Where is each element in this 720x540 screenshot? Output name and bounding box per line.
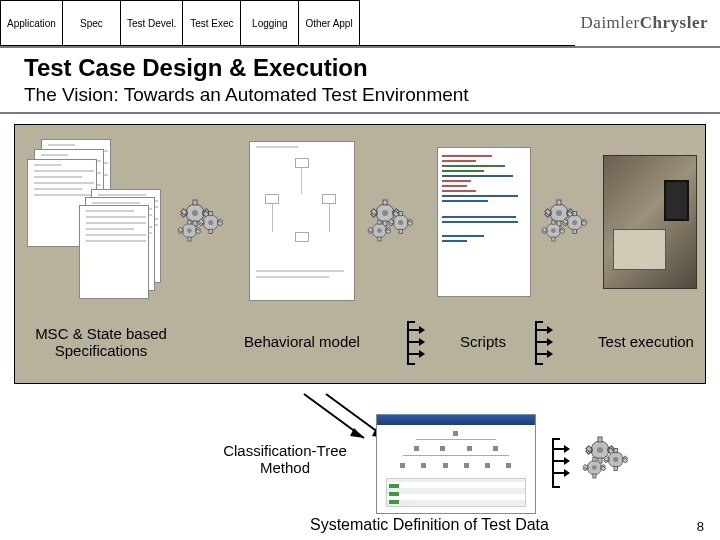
tab-label: Test Exec — [190, 18, 233, 29]
gears-icon — [365, 197, 425, 253]
stage3-caption: Scripts — [443, 333, 523, 350]
systematic-definition-caption: Systematic Definition of Test Data — [310, 516, 549, 534]
param-transfer-icon — [552, 438, 570, 488]
gears-icon — [580, 434, 640, 490]
stage1-caption: MSC & State based Specifications — [21, 325, 181, 360]
gears-icon — [175, 197, 235, 253]
headings: Test Case Design & Execution The Vision:… — [0, 48, 720, 108]
page-title: Test Case Design & Execution — [24, 54, 696, 82]
param-transfer-icon — [535, 321, 553, 365]
tab-label: Logging — [252, 18, 288, 29]
tab-underline — [360, 22, 575, 46]
param-transfer-icon — [407, 321, 425, 365]
top-bar: Application Spec Test Devel. Test Exec L… — [0, 0, 720, 48]
tab-label: Other Appl — [305, 18, 352, 29]
tab-test-exec[interactable]: Test Exec — [183, 0, 241, 46]
tab-application[interactable]: Application — [0, 0, 63, 46]
page-number: 8 — [697, 519, 704, 534]
page-subtitle: The Vision: Towards an Automated Test En… — [24, 84, 696, 106]
tab-label: Application — [7, 18, 56, 29]
tab-spec[interactable]: Spec — [63, 0, 121, 46]
brand-logo: DaimlerChrysler — [575, 0, 720, 46]
brand-part1: Daimler — [581, 13, 640, 33]
stage4-caption: Test execution — [591, 333, 701, 350]
gears-icon — [539, 197, 599, 253]
ctm-screenshot — [376, 414, 536, 514]
heading-rule — [0, 112, 720, 114]
tab-logging[interactable]: Logging — [241, 0, 299, 46]
test-execution-photo — [603, 155, 697, 289]
state-doc-stack — [79, 189, 169, 319]
stage2-caption: Behavioral model — [227, 333, 377, 350]
tab-strip: Application Spec Test Devel. Test Exec L… — [0, 0, 360, 46]
ctm-caption: Classification-Tree Method — [210, 442, 360, 477]
tab-label: Test Devel. — [127, 18, 176, 29]
behavioral-model-doc — [249, 141, 355, 301]
brand-part2: Chrysler — [640, 13, 708, 33]
tab-test-devel[interactable]: Test Devel. — [121, 0, 183, 46]
scripts-doc — [437, 147, 531, 297]
flow-canvas: MSC & State based Specifications Behavio… — [14, 124, 706, 384]
tab-other-appl[interactable]: Other Appl — [299, 0, 359, 46]
lower-section: Classification-Tree Method Systematic De… — [14, 408, 706, 538]
tab-label: Spec — [80, 18, 103, 29]
